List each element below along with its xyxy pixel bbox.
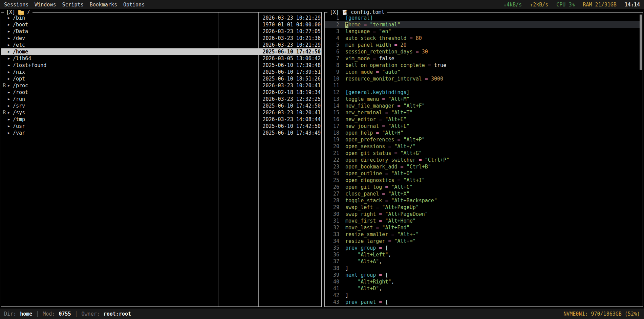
editor-line[interactable]: 24open_outline = "Alt+O": [325, 170, 642, 177]
editor-line[interactable]: 35prev_group = [: [325, 245, 642, 251]
editor-line[interactable]: 18open_help = "Alt+H": [325, 130, 642, 136]
expand-arrow-icon[interactable]: ▶: [6, 42, 11, 48]
editor-line[interactable]: 13toggle_menu = "Alt+M": [325, 96, 642, 102]
expand-arrow-icon[interactable]: ▶: [6, 123, 11, 130]
editor-line[interactable]: 6session_retention_days = 30: [325, 48, 642, 55]
expand-arrow-icon[interactable]: ▶: [6, 75, 11, 82]
clock-stat: 14:14: [625, 2, 640, 8]
editor-line[interactable]: 31move_first = "Alt+Home": [325, 218, 642, 224]
tree-row[interactable]: ▶/dev2026-03-23 10:21:36: [1, 35, 321, 42]
line-number: 34: [325, 238, 339, 245]
line-number: 25: [325, 177, 339, 184]
expand-arrow-icon[interactable]: ▶: [6, 62, 11, 69]
editor-line[interactable]: 36 "Alt+Left",: [325, 251, 642, 258]
tree-row[interactable]: ▶/Data2026-03-23 10:27:05: [1, 28, 321, 35]
editor-line[interactable]: 27close_panel = "Alt+X": [325, 190, 642, 197]
editor-line[interactable]: 43prev_panel = [: [325, 299, 642, 305]
menu-windows[interactable]: Windows: [35, 2, 56, 8]
expand-arrow-icon[interactable]: ▶: [6, 28, 11, 35]
editor-line[interactable]: 5min_panel_width = 20: [325, 42, 642, 48]
editor-line[interactable]: 29swap_left = "Alt+PageUp": [325, 204, 642, 211]
editor-panel: [X] config.toml 1[general]2theme = "term…: [324, 12, 643, 307]
tree-row[interactable]: ▶/opt2025-06-10 18:51:26: [1, 75, 321, 82]
editor-line[interactable]: 30swap_right = "Alt+PageDown": [325, 211, 642, 218]
editor-line[interactable]: 34resize_larger = "Alt+=": [325, 238, 642, 245]
editor-line[interactable]: 42]: [325, 292, 642, 299]
tree-row-selected[interactable]: ▶/home2025-06-10 17:42:50: [1, 48, 321, 55]
editor-line[interactable]: 38]: [325, 265, 642, 272]
editor-line[interactable]: 12[general.keybindings]: [325, 89, 642, 96]
editor-line[interactable]: 17new_journal = "Alt+L": [325, 123, 642, 130]
menu-options[interactable]: Options: [123, 2, 145, 8]
tree-row[interactable]: ▶/bin2026-03-23 10:21:29: [1, 15, 321, 21]
editor-line[interactable]: 26open_git_log = "Alt+C": [325, 184, 642, 190]
editor-line[interactable]: 11: [325, 82, 642, 89]
editor-line[interactable]: 32move_last = "Alt+End": [325, 224, 642, 231]
tree-row[interactable]: ▶/lib642026-03-05 13:06:42: [1, 55, 321, 62]
readonly-flag: [2, 123, 6, 130]
expand-arrow-icon[interactable]: ▶: [6, 21, 11, 28]
tree-row[interactable]: ▶/root2026-02-18 18:19:34: [1, 89, 321, 96]
expand-arrow-icon[interactable]: ▶: [6, 109, 11, 116]
editor-line[interactable]: 33resize_smaller = "Alt+-": [325, 231, 642, 238]
menu-sessions[interactable]: Sessions: [4, 2, 28, 8]
editor-line[interactable]: 4auto_stack_threshold = 80: [325, 35, 642, 42]
editor-line-current[interactable]: 2theme = "terminal": [325, 21, 642, 28]
tree-row[interactable]: ▶/etc2026-03-23 10:21:29: [1, 42, 321, 48]
expand-arrow-icon[interactable]: ▶: [6, 102, 11, 109]
editor-line[interactable]: 37 "Alt+A",: [325, 258, 642, 265]
menu-scripts[interactable]: Scripts: [62, 2, 83, 8]
editor-line[interactable]: 1[general]: [325, 15, 642, 21]
line-text: resource_monitor_interval = 3000: [345, 75, 443, 82]
editor-line[interactable]: 41 "Alt+D",: [325, 285, 642, 292]
tree-row[interactable]: ▶/run2026-03-23 12:32:25: [1, 96, 321, 102]
expand-arrow-icon[interactable]: ▶: [6, 89, 11, 96]
editor-line[interactable]: 19open_preferences = "Alt+P": [325, 136, 642, 143]
editor-line[interactable]: 15new_terminal = "Alt+T": [325, 109, 642, 116]
editor-line[interactable]: 9icon_mode = "auto": [325, 69, 642, 75]
editor-line[interactable]: 20open_sessions = "Alt+/": [325, 143, 642, 150]
tree-row[interactable]: ▶/nix2025-06-10 17:39:51: [1, 69, 321, 75]
editor-line[interactable]: 14new_file_manager = "Alt+F": [325, 102, 642, 109]
editor-line[interactable]: 7vim_mode = false: [325, 55, 642, 62]
line-text: move_last = "Alt+End": [345, 224, 410, 231]
line-number: 15: [325, 109, 339, 116]
expand-arrow-icon[interactable]: ▶: [6, 82, 11, 89]
editor-line[interactable]: 8bell_on_operation_complete = true: [325, 62, 642, 69]
tree-row[interactable]: ▶/srv2025-06-10 17:42:50: [1, 102, 321, 109]
footer-value: root:root: [104, 311, 131, 317]
directory-name: /lost+found: [13, 62, 46, 69]
expand-arrow-icon[interactable]: ▶: [6, 35, 11, 42]
expand-arrow-icon[interactable]: ▶: [6, 116, 11, 123]
tree-row[interactable]: ▶/var2025-06-10 17:43:49: [1, 130, 321, 136]
expand-arrow-icon[interactable]: ▶: [6, 69, 11, 75]
tree-row[interactable]: R▶/sys2026-03-23 10:20:41: [1, 109, 321, 116]
readonly-flag: [2, 62, 6, 69]
tree-row[interactable]: ▶/tmp2026-03-23 14:08:44: [1, 116, 321, 123]
editor-line[interactable]: 28toggle_stack = "Alt+Backspace": [325, 197, 642, 204]
editor-line[interactable]: 21open_git_status = "Alt+G": [325, 150, 642, 157]
expand-arrow-icon[interactable]: ▶: [6, 130, 11, 136]
tree-row[interactable]: R▶/proc2026-03-23 10:20:41: [1, 82, 321, 89]
editor-scrollbar-thumb[interactable]: [640, 15, 642, 70]
directory-name: /etc: [13, 42, 25, 48]
editor-content[interactable]: 1[general]2theme = "terminal"3language =…: [325, 15, 642, 305]
editor-line[interactable]: 40 "Alt+Right",: [325, 278, 642, 285]
editor-line[interactable]: 22open_directory_switcher = "Ctrl+P": [325, 157, 642, 163]
expand-arrow-icon[interactable]: ▶: [6, 55, 11, 62]
expand-arrow-icon[interactable]: ▶: [6, 15, 11, 21]
editor-line[interactable]: 23open_bookmark_add = "Ctrl+B": [325, 163, 642, 170]
tree-row[interactable]: ▶/lost+found2025-06-10 17:39:48: [1, 62, 321, 69]
editor-line[interactable]: 16new_editor = "Alt+E": [325, 116, 642, 123]
editor-line[interactable]: 3language = "en": [325, 28, 642, 35]
expand-arrow-icon[interactable]: ▶: [6, 48, 11, 55]
directory-name: /lib64: [13, 55, 31, 62]
tree-row[interactable]: ▶/usr2025-06-10 17:42:50: [1, 123, 321, 130]
editor-line[interactable]: 25open_diagnostics = "Alt+I": [325, 177, 642, 184]
tree-row[interactable]: ▶/boot1970-01-01 04:00:00: [1, 21, 321, 28]
menu-bookmarks[interactable]: Bookmarks: [90, 2, 117, 8]
readonly-flag: [2, 35, 6, 42]
editor-line[interactable]: 10resource_monitor_interval = 3000: [325, 75, 642, 82]
expand-arrow-icon[interactable]: ▶: [6, 96, 11, 102]
editor-line[interactable]: 39next_group = [: [325, 272, 642, 278]
